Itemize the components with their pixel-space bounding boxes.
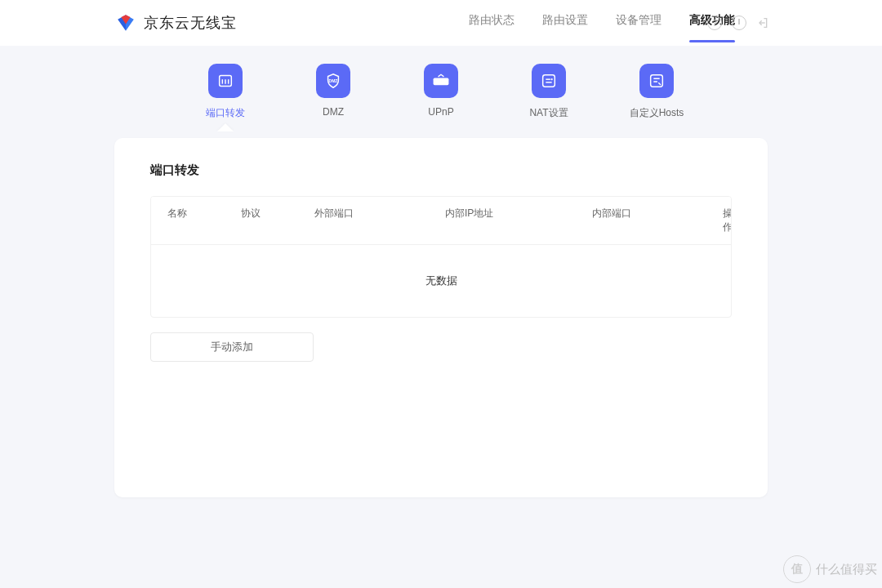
svg-rect-10 [543,75,555,87]
brand-logo-icon [114,11,137,34]
col-name: 名称 [167,207,241,234]
col-protocol: 协议 [241,207,314,234]
power-icon[interactable] [732,16,746,30]
panel-title: 端口转发 [150,163,732,178]
port-forward-table: 名称 协议 外部端口 内部IP地址 内部端口 操作 无数据 [150,196,732,318]
tab-upnp[interactable]: UPnP UPnP [392,64,490,120]
help-icon[interactable]: ? [707,16,722,30]
svg-point-11 [551,78,553,80]
port-forward-icon [208,64,243,98]
logout-icon[interactable] [756,16,769,30]
brand-title: 京东云无线宝 [144,13,237,33]
site-watermark: 值 什么值得买 [783,555,877,583]
header-utility-icons: ? [707,16,769,30]
tab-port-forward[interactable]: 端口转发 [176,64,274,120]
dmz-shield-icon: DMZ [316,64,350,98]
nat-icon [532,64,566,98]
col-action: 操作 [723,207,732,234]
upnp-icon: UPnP [424,64,458,98]
app-header: 京东云无线宝 路由状态 路由设置 设备管理 高级功能 ? [0,0,882,46]
tab-label: UPnP [428,106,453,118]
hosts-icon [639,64,674,98]
content-card: 端口转发 名称 协议 外部端口 内部IP地址 内部端口 操作 无数据 手动添加 [114,138,768,497]
svg-text:UPnP: UPnP [434,79,448,84]
tab-dmz[interactable]: DMZ DMZ [284,64,382,120]
tab-label: 自定义Hosts [630,106,684,120]
tab-label: NAT设置 [529,106,568,120]
tab-label: DMZ [323,106,344,118]
nav-router-status[interactable]: 路由状态 [469,13,514,33]
nav-device-mgmt[interactable]: 设备管理 [616,13,662,33]
empty-text: 无数据 [425,274,457,288]
tab-hosts[interactable]: 自定义Hosts [608,64,706,120]
col-int-port: 内部端口 [592,207,723,234]
table-header-row: 名称 协议 外部端口 内部IP地址 内部端口 操作 [151,197,731,245]
watermark-badge-icon: 值 [783,555,811,583]
add-manual-button[interactable]: 手动添加 [150,332,314,362]
page-body: 端口转发 DMZ DMZ UPnP UPnP [0,46,882,497]
top-nav: 路由状态 路由设置 设备管理 高级功能 [469,13,735,33]
add-button-label: 手动添加 [211,340,253,354]
tab-label: 端口转发 [206,106,245,120]
nav-router-settings[interactable]: 路由设置 [542,13,588,33]
feature-tab-row: 端口转发 DMZ DMZ UPnP UPnP [114,64,768,138]
svg-text:DMZ: DMZ [329,78,338,83]
svg-rect-12 [651,75,663,87]
tab-nat[interactable]: NAT设置 [500,64,598,120]
col-int-ip: 内部IP地址 [445,207,592,234]
table-empty-state: 无数据 [151,245,731,317]
brand-block: 京东云无线宝 [114,11,237,34]
watermark-text: 什么值得买 [816,562,877,577]
col-ext-port: 外部端口 [314,207,445,234]
